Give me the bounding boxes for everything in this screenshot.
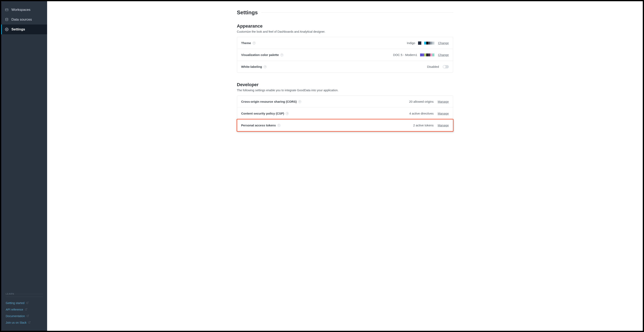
csp-manage-link[interactable]: Manage: [438, 112, 449, 115]
svg-line-4: [27, 302, 28, 303]
theme-swatches: [418, 42, 434, 45]
theme-row: Theme ? Indigo Change: [237, 37, 453, 49]
sidebar-spacer: [1, 34, 47, 293]
tokens-label: Personal access tokens: [241, 123, 276, 127]
cors-label: Cross-origin resource sharing (CORS): [241, 100, 297, 103]
sidebar-item-settings[interactable]: Settings: [1, 25, 47, 34]
learn-getting-started[interactable]: Getting started: [6, 300, 43, 306]
appearance-panel: Theme ? Indigo Change: [237, 37, 453, 73]
sidebar-item-workspaces[interactable]: Workspaces: [1, 5, 47, 15]
help-icon[interactable]: ?: [278, 124, 280, 127]
sidebar-learn: LEARN Getting started API reference Docu…: [1, 293, 47, 331]
database-icon: [5, 18, 8, 22]
title-divider: [262, 13, 453, 13]
help-icon[interactable]: ?: [298, 100, 301, 103]
tokens-row: Personal access tokens ? 2 active tokens…: [237, 119, 453, 131]
cors-label-group: Cross-origin resource sharing (CORS) ?: [241, 100, 409, 103]
developer-desc: The following settings enable you to int…: [237, 89, 453, 92]
sidebar-nav: Workspaces Data sources: [1, 1, 47, 34]
page-title: Settings: [237, 10, 258, 16]
help-icon[interactable]: ?: [253, 42, 256, 45]
theme-change-link[interactable]: Change: [438, 41, 449, 45]
sidebar-item-label: Settings: [12, 27, 25, 32]
help-icon[interactable]: ?: [280, 54, 283, 56]
csp-label-group: Content security policy (CSP) ?: [241, 112, 410, 115]
app-frame: Workspaces Data sources: [1, 1, 643, 331]
appearance-title: Appearance: [237, 24, 453, 29]
page-title-row: Settings: [237, 10, 453, 16]
learn-slack[interactable]: Join us on Slack: [6, 319, 43, 326]
learn-api-reference[interactable]: API reference: [6, 306, 43, 313]
theme-label: Theme: [241, 41, 251, 45]
tokens-label-group: Personal access tokens ?: [241, 123, 413, 127]
palette-change-link[interactable]: Change: [438, 53, 449, 57]
svg-point-3: [6, 29, 7, 30]
csp-row: Content security policy (CSP) ? 4 active…: [237, 108, 453, 119]
cors-row: Cross-origin resource sharing (CORS) ? 2…: [237, 96, 453, 108]
main-content: Settings Appearance Customize the look a…: [47, 1, 643, 331]
whitelabel-label: White-labeling: [241, 65, 262, 68]
learn-item-label: Join us on Slack: [6, 321, 26, 324]
help-icon[interactable]: ?: [286, 112, 288, 115]
sidebar: Workspaces Data sources: [1, 1, 47, 331]
external-link-icon: [25, 308, 27, 311]
svg-line-5: [26, 308, 27, 310]
svg-rect-0: [5, 9, 8, 11]
theme-primary-swatch: [418, 42, 421, 45]
svg-line-7: [29, 321, 30, 323]
whitelabel-row: White-labeling ? Disabled: [237, 61, 453, 73]
external-link-icon: [26, 314, 29, 318]
whitelabel-toggle[interactable]: [443, 65, 449, 68]
sidebar-item-label: Data sources: [12, 18, 32, 22]
grid-icon: [5, 8, 8, 12]
developer-title: Developer: [237, 82, 453, 87]
sidebar-item-data-sources[interactable]: Data sources: [1, 15, 47, 25]
external-link-icon: [26, 301, 28, 305]
theme-label-group: Theme ?: [241, 41, 407, 45]
tokens-highlight: Personal access tokens ? 2 active tokens…: [236, 119, 454, 132]
content-wrapper: Settings Appearance Customize the look a…: [237, 10, 453, 131]
learn-item-label: Getting started: [6, 301, 24, 305]
tokens-value: 2 active tokens: [413, 123, 434, 127]
learn-item-label: API reference: [6, 308, 23, 311]
palette-row: Visualization color palette ? DOC 5 - Mo…: [237, 49, 453, 61]
cors-manage-link[interactable]: Manage: [438, 100, 449, 103]
developer-panel: Cross-origin resource sharing (CORS) ? 2…: [237, 96, 453, 131]
cors-value: 20 allowed origins: [409, 100, 434, 103]
gear-icon: [5, 28, 8, 31]
learn-documentation[interactable]: Documentation: [6, 313, 43, 319]
learn-list: Getting started API reference Documentat…: [6, 300, 43, 326]
palette-strip: [420, 54, 434, 56]
external-link-icon: [28, 321, 30, 324]
svg-point-2: [6, 18, 8, 19]
palette-value: DOC 5 - Modern1: [393, 53, 417, 57]
theme-strip: [424, 42, 434, 45]
learn-header: LEARN: [6, 293, 43, 297]
sidebar-item-label: Workspaces: [12, 8, 30, 12]
appearance-desc: Customize the look and feel of Dashboard…: [237, 30, 453, 33]
palette-label-group: Visualization color palette ?: [241, 53, 393, 57]
help-icon[interactable]: ?: [264, 65, 266, 68]
palette-label: Visualization color palette: [241, 53, 279, 57]
learn-item-label: Documentation: [6, 314, 25, 318]
tokens-manage-link[interactable]: Manage: [438, 123, 449, 127]
csp-label: Content security policy (CSP): [241, 112, 284, 115]
whitelabel-label-group: White-labeling ?: [241, 65, 427, 68]
whitelabel-status: Disabled: [427, 65, 439, 68]
theme-value: Indigo: [407, 41, 415, 45]
csp-value: 4 active directives: [409, 112, 434, 115]
svg-line-6: [28, 315, 29, 316]
